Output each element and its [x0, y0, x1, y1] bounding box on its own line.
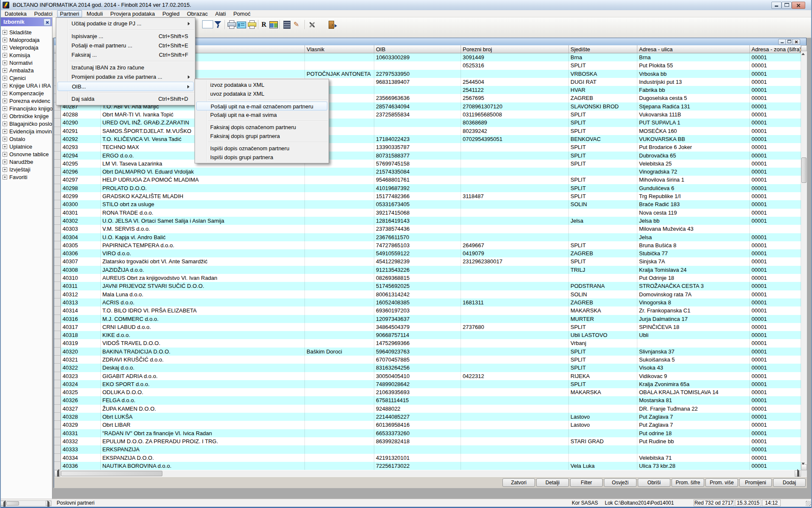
- sidebar-tree-item[interactable]: Normativi: [1, 59, 52, 66]
- header-adresa-zona[interactable]: Adresa - zona (šifra): [750, 45, 801, 53]
- table-row[interactable]: 40332 EPULUM D.O.O. ZA PRERADU PROIZ. I …: [54, 437, 801, 445]
- row-selector[interactable]: [54, 192, 61, 200]
- submenu-item-izvoz-xml[interactable]: izvoz podataka u XML: [195, 80, 329, 89]
- row-selector[interactable]: [54, 290, 61, 298]
- table-row[interactable]: 40324 EKO SPORT d.o.o. 74899028642 SPLIT…: [54, 380, 801, 388]
- table-row[interactable]: 40334 EKSPANZIJA D.O.O. 42191320101 Vele…: [54, 454, 801, 462]
- expand-icon[interactable]: [3, 144, 7, 149]
- table-row[interactable]: 40291 SAMOS.ŠPORT.DJELAT. M.VUŠKO 802392…: [54, 127, 801, 135]
- row-selector[interactable]: [54, 160, 61, 168]
- expand-icon[interactable]: [3, 91, 7, 96]
- menu-podatci[interactable]: Podatci: [31, 10, 55, 17]
- contact-card-icon[interactable]: [237, 20, 246, 29]
- table-row[interactable]: 40302 U.O. JELSA Vl. Ortaci Samet Salija…: [54, 217, 801, 225]
- table-row[interactable]: 40303 V.M. SERVIS d.o.o. 23738574436 Mil…: [54, 225, 801, 233]
- menu-partneri[interactable]: Partneri: [57, 10, 82, 17]
- table-row[interactable]: 40288 Obrt MAR-TI Vl. Ivanka Topić 23725…: [54, 110, 801, 119]
- table-row[interactable]: 40326 FELGA d.o.o. 67581114415 Mostarska…: [54, 396, 801, 404]
- print-color-icon[interactable]: [247, 20, 257, 29]
- menu-datoteka[interactable]: Datoteka: [2, 10, 30, 17]
- table-row[interactable]: 40336 NAUTIKA BOROVINA d.o.o. 7225617302…: [54, 462, 801, 470]
- menu-item-ucitaj-podatke[interactable]: Učitaj podatke iz druge PJ ...: [56, 19, 195, 28]
- row-selector[interactable]: [54, 380, 61, 388]
- table-row[interactable]: 40331 "RADAN IV" Obrt za financije Vl. I…: [54, 429, 801, 437]
- table-row[interactable]: 40297 HELP UDRUGA ZA POMOĆ MLADIMA 95468…: [54, 176, 801, 184]
- child-close-button[interactable]: [793, 39, 800, 45]
- row-selector[interactable]: [54, 266, 61, 274]
- child-minimize-button[interactable]: [778, 39, 786, 45]
- horizontal-scroll-thumb[interactable]: [61, 471, 162, 476]
- table-row[interactable]: 40322 Deskaj d.o.o. 83163264256 SPLIT Vi…: [54, 364, 801, 372]
- table-row[interactable]: 40308 JAZIDŽIJA d.o.o. 91213543226 TRILJ…: [54, 266, 801, 274]
- mini-scroll-left-button[interactable]: [0, 501, 6, 506]
- row-selector[interactable]: [54, 405, 61, 413]
- table-row[interactable]: 40328 Obrt LUKŠA 22144085227 Lastovo Put…: [54, 413, 801, 421]
- sidebar-tree-item[interactable]: Komisija: [1, 51, 52, 59]
- menu-obrazac[interactable]: Obrazac: [184, 10, 211, 17]
- expand-icon[interactable]: [3, 167, 7, 172]
- tools-icon[interactable]: [307, 20, 317, 29]
- vertical-scroll-thumb[interactable]: [801, 157, 807, 183]
- table-row[interactable]: 40293 TECHNO MAX 13390335787 SPLIT Put B…: [54, 143, 801, 151]
- table-row[interactable]: 40321 ZDRAVI KRUŠČIĆ d.o.o. 67070457885 …: [54, 356, 801, 364]
- action-button[interactable]: Dodaj: [773, 478, 806, 487]
- row-selector[interactable]: [54, 413, 61, 421]
- print-icon[interactable]: [227, 20, 236, 29]
- table-row[interactable]: 40292 T.O. KLIČEVICA Vl. Vesna Tadić 171…: [54, 135, 801, 143]
- submenu-item-faksiraj-oznacenom[interactable]: Faksiraj dopis označenom partneru: [195, 123, 329, 132]
- table-row[interactable]: 40307 Zlatarsko trgovački obrt Vl. Ante …: [54, 257, 801, 265]
- row-selector[interactable]: [54, 364, 61, 372]
- toolbar-input[interactable]: [202, 20, 213, 28]
- sidebar-tree-item[interactable]: Uplatnice: [1, 143, 52, 150]
- expand-icon[interactable]: [3, 68, 7, 73]
- action-button[interactable]: Zatvori: [502, 478, 535, 487]
- table-row[interactable]: 40319 VIDOŠ TRAVEL D.O.O. 14752969366 Vr…: [54, 339, 801, 347]
- action-button[interactable]: Prom. više: [705, 478, 738, 487]
- expand-icon[interactable]: [3, 30, 7, 35]
- expand-icon[interactable]: [3, 114, 7, 119]
- table-row[interactable]: 40306 VIRO d.o.o. 54910559122 0419079 ZA…: [54, 249, 801, 257]
- row-selector[interactable]: [54, 200, 61, 208]
- header-porezni-broj[interactable]: Porezni broj: [461, 45, 569, 53]
- table-row[interactable]: 40325 ODLUKA D.O.O. 21063935693 MAKARSKA…: [54, 388, 801, 396]
- row-selector[interactable]: [54, 339, 61, 347]
- close-button[interactable]: [792, 2, 805, 9]
- action-button[interactable]: Osvježi: [604, 478, 636, 487]
- sidebar-tree-item[interactable]: Knjige URA i IRA: [1, 82, 52, 89]
- sidebar-close-button[interactable]: [44, 19, 51, 26]
- expand-icon[interactable]: [3, 53, 7, 58]
- table-row[interactable]: 40311 JAVNI PRIJEVOZ STVARI SUČIĆ D.O.O.…: [54, 282, 801, 290]
- table-row[interactable]: 40333 ERKSPANZIJA 00001: [54, 445, 801, 453]
- sidebar-tree-item[interactable]: Favoriti: [1, 173, 52, 181]
- row-selector[interactable]: [54, 421, 61, 429]
- sidebar-tree-item[interactable]: Ostalo: [1, 135, 52, 143]
- menu-item-oib[interactable]: OIB...: [58, 82, 194, 91]
- row-selector[interactable]: [54, 372, 61, 380]
- edit-report-icon[interactable]: ✎: [294, 20, 301, 29]
- sidebar-tree-item[interactable]: Kompenzacije: [1, 89, 52, 97]
- header-sjediste[interactable]: Sjedište: [569, 45, 637, 53]
- menu-provjera-podataka[interactable]: Provjera podataka: [107, 10, 158, 17]
- table-row[interactable]: 40323 GIGABIT ADRIA d.o.o. 30050405410 0…: [54, 372, 801, 380]
- row-selector[interactable]: [54, 225, 61, 233]
- window-icon[interactable]: [269, 20, 278, 29]
- sidebar-tree-item[interactable]: Cjenici: [1, 74, 52, 82]
- row-selector[interactable]: [54, 356, 61, 364]
- expand-icon[interactable]: [3, 76, 7, 80]
- sidebar-tree-item[interactable]: Blagajničko poslo: [1, 120, 52, 127]
- row-selector[interactable]: [54, 209, 61, 217]
- row-selector[interactable]: [54, 217, 61, 225]
- table-row[interactable]: 40294 ERGO d.o.o. 80731588377 SPLIT Dubr…: [54, 152, 801, 160]
- submenu-item-upit-oznacenom[interactable]: Pošalji upit na e-mail označenom partner…: [196, 102, 327, 110]
- expand-icon[interactable]: [3, 137, 7, 141]
- table-row[interactable]: 40299 GRADSKO KAZALIŠTE MLADIH 151774823…: [54, 192, 801, 200]
- sidebar-tree-item[interactable]: Porezna evidenc: [1, 97, 52, 105]
- row-selector[interactable]: [54, 176, 61, 184]
- table-row[interactable]: 40314 T.O. BILO IDRO Vl. PRŠA ELIZABETA …: [54, 306, 801, 315]
- table-row[interactable]: 40329 Obrt LIBAR 60136958416 Lastovo Put…: [54, 421, 801, 429]
- submenu-item-upit-svima[interactable]: Pošalji upit na e-mail svima: [195, 110, 329, 119]
- expand-icon[interactable]: [3, 45, 7, 50]
- minimize-button[interactable]: [771, 2, 782, 9]
- row-selector[interactable]: [54, 119, 61, 127]
- row-selector[interactable]: [54, 306, 61, 315]
